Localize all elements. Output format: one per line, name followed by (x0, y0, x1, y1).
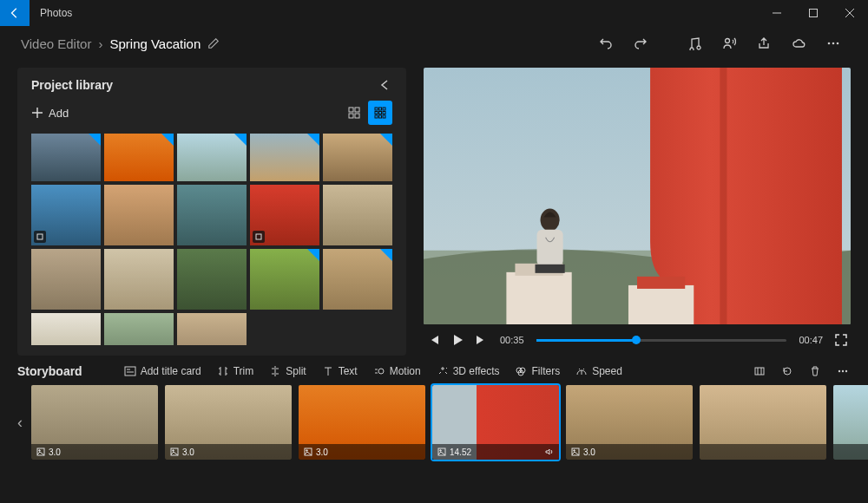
library-thumbs (31, 134, 392, 345)
cloud-button[interactable] (785, 29, 812, 57)
titlebar: Photos (0, 0, 868, 26)
undo-button[interactable] (592, 29, 620, 57)
storyboard-clip[interactable] (833, 385, 868, 460)
library-thumb[interactable] (31, 185, 101, 245)
delete-button[interactable] (807, 365, 823, 377)
edit-icon[interactable] (207, 37, 220, 49)
library-thumb[interactable] (104, 185, 174, 245)
next-button[interactable] (476, 334, 488, 346)
svg-point-38 (842, 370, 844, 372)
add-button[interactable]: Add (31, 107, 69, 120)
add-label: Add (49, 107, 69, 120)
library-thumb[interactable] (250, 249, 319, 310)
svg-point-41 (39, 450, 41, 452)
music-icon (687, 36, 701, 50)
svg-rect-31 (125, 367, 135, 376)
text-button[interactable]: Text (322, 365, 358, 377)
split-icon (269, 365, 281, 377)
storyboard-clip[interactable]: 3.0 (165, 385, 292, 460)
library-thumb[interactable] (177, 313, 247, 345)
grid-large-button[interactable] (342, 101, 366, 125)
progress-bar[interactable] (536, 339, 787, 342)
svg-rect-12 (383, 108, 385, 110)
breadcrumb-current: Spring Vacation (109, 36, 201, 51)
svg-rect-8 (349, 114, 353, 118)
strip-prev-button[interactable]: ‹ (17, 414, 23, 432)
rotate-button[interactable] (779, 365, 795, 377)
breadcrumb-root[interactable]: Video Editor (21, 36, 91, 51)
storyboard-more-button[interactable] (835, 365, 851, 377)
maximize-button[interactable] (795, 0, 832, 26)
collapse-arrow-icon[interactable] (378, 78, 392, 92)
back-button[interactable] (0, 0, 30, 26)
svg-rect-18 (383, 115, 385, 118)
library-thumb[interactable] (177, 249, 247, 310)
minimize-icon (773, 9, 781, 17)
library-thumb[interactable] (250, 185, 319, 245)
redo-button[interactable] (627, 29, 654, 57)
trim-icon (217, 365, 229, 377)
library-thumb[interactable] (31, 134, 101, 181)
grid-small-button[interactable] (368, 101, 392, 125)
storyboard-clip[interactable]: 3.0 (299, 385, 425, 460)
storyboard-clip[interactable]: 14.52 (432, 385, 559, 460)
library-thumb[interactable] (177, 185, 247, 245)
app-title: Photos (30, 7, 72, 19)
motion-button[interactable]: Motion (373, 365, 421, 377)
trash-icon (809, 365, 821, 377)
library-thumb[interactable] (250, 134, 319, 181)
music-button[interactable] (681, 29, 708, 57)
plus-icon (31, 107, 43, 119)
preview-canvas[interactable] (424, 68, 851, 324)
preview-image (424, 68, 851, 324)
library-thumb[interactable] (104, 313, 174, 345)
image-icon (36, 447, 45, 456)
fullscreen-button[interactable] (835, 334, 847, 346)
svg-rect-29 (537, 230, 563, 266)
svg-rect-30 (536, 265, 565, 273)
custom-audio-button[interactable] (715, 29, 743, 57)
add-title-card-button[interactable]: Add title card (124, 365, 201, 377)
library-thumb[interactable] (323, 134, 392, 181)
breadcrumb: Video Editor › Spring Vacation (21, 36, 220, 51)
library-thumb[interactable] (323, 185, 392, 245)
maximize-icon (809, 9, 818, 17)
resize-button[interactable] (752, 365, 767, 377)
svg-rect-7 (355, 108, 359, 112)
prev-button[interactable] (427, 334, 439, 346)
speed-icon (575, 365, 588, 377)
filters-button[interactable]: Filters (515, 365, 560, 377)
library-thumb[interactable] (31, 249, 101, 310)
rotate-icon (781, 365, 793, 377)
speed-button[interactable]: Speed (575, 365, 622, 377)
library-thumb[interactable] (104, 249, 174, 310)
storyboard-clip[interactable]: 3.0 (566, 385, 693, 460)
close-button[interactable] (832, 0, 868, 26)
image-icon (304, 447, 312, 456)
volume-icon[interactable] (545, 447, 554, 456)
svg-point-47 (440, 450, 442, 452)
svg-point-37 (838, 370, 840, 372)
storyboard: Storyboard Add title card Trim Split Tex… (0, 356, 868, 472)
storyboard-clip[interactable] (700, 385, 826, 460)
library-thumb[interactable] (177, 134, 247, 181)
split-button[interactable]: Split (269, 365, 306, 377)
export-button[interactable] (750, 29, 778, 57)
play-button[interactable] (451, 334, 464, 346)
trim-button[interactable]: Trim (217, 365, 254, 377)
more-button[interactable] (819, 29, 847, 57)
project-library: Project library Add (17, 68, 406, 356)
person-sound-icon (722, 36, 736, 50)
image-icon (170, 447, 179, 456)
image-icon (437, 447, 446, 456)
storyboard-clip[interactable]: 3.0 (31, 385, 158, 460)
svg-rect-10 (375, 108, 378, 110)
library-thumb[interactable] (31, 313, 101, 345)
minimize-button[interactable] (759, 0, 795, 26)
library-thumb[interactable] (104, 134, 174, 181)
svg-rect-9 (355, 114, 359, 118)
svg-point-39 (845, 370, 847, 372)
3d-effects-button[interactable]: 3D effects (437, 365, 500, 377)
undo-icon (599, 36, 613, 50)
library-thumb[interactable] (323, 249, 392, 310)
